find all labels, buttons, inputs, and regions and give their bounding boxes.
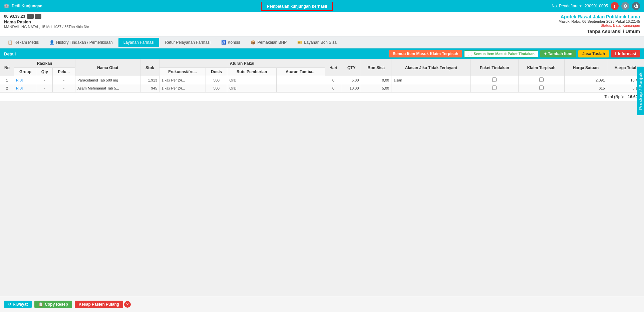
patient-id-icons [27, 14, 41, 19]
header-title: 🏥 Detil Kunjungan [4, 4, 42, 8]
tab-retur-label: Retur Pelayanan Farmasi [165, 40, 210, 45]
total-bar: Total (Rp.): 16.605 [0, 92, 644, 101]
cell-alasan: alsan [391, 76, 471, 84]
sidebar-right-label: Preskep / Punjuk [638, 72, 643, 110]
col-paket-tindakan: Paket Tindakan [471, 59, 518, 76]
cell-klaim-terpisah[interactable] [518, 84, 565, 92]
paket-tindakan-checkbox[interactable] [492, 86, 497, 90]
notification-text: Pembatalan kunjungan berhasil [267, 4, 327, 9]
jasa-tuslah-button[interactable]: Jasa Tuslah [578, 50, 609, 57]
detail-action-buttons: Semua Item Masuk Klaim Terpisah Semua It… [389, 50, 640, 57]
subheader-tambahan: Aturan Tamba... [276, 68, 325, 76]
cell-paket-tindakan[interactable] [471, 84, 518, 92]
header-title-text: Detil Kunjungan [12, 4, 42, 8]
sidebar-right[interactable]: Preskep / Punjuk [637, 67, 644, 115]
klaim-terpisah-checkbox[interactable] [539, 86, 544, 90]
cell-hari: 0 [325, 76, 342, 84]
cell-racikan-group[interactable]: R[0] [14, 76, 37, 84]
cell-aturan-tambahan [276, 84, 325, 92]
cell-stok: 1.913 [140, 76, 159, 84]
cell-racikan-pelu: - [52, 76, 75, 84]
tambah-item-button[interactable]: + Tambah Item [540, 50, 576, 57]
cell-harga-satuan: 615 [565, 84, 607, 92]
col-harga-satuan: Harga Satuan [565, 59, 607, 76]
cell-stok: 945 [140, 84, 159, 92]
cell-racikan-group[interactable]: R[0] [14, 84, 37, 92]
tab-konsul[interactable]: ♿ Konsul [216, 38, 245, 47]
registration-label: No. Pendaftaran: [552, 4, 582, 8]
subheader-group: Group [14, 68, 37, 76]
konsul-icon: ♿ [221, 40, 226, 45]
col-qty: QTY [342, 59, 361, 76]
alert-icon-button[interactable]: ! [611, 2, 619, 10]
informasi-button[interactable]: ℹ Informasi [611, 50, 640, 57]
card-icon[interactable] [27, 14, 34, 19]
tab-layanan-farmasi[interactable]: Layanan Farmasi [118, 38, 159, 47]
copy-icon: 📋 [38, 302, 43, 307]
col-klaim-terpisah: Klaim Terpisah [518, 59, 565, 76]
tab-bon-sisa[interactable]: 🎫 Layanan Bon Sisa [292, 38, 341, 47]
col-stok: Stok [140, 59, 159, 76]
patient-dob: MANDAILING NATAL, 15 Mei 1987 / 36Thn 4b… [4, 25, 89, 29]
settings-icon-button[interactable]: ⚙ [621, 2, 629, 10]
patient-info-right: Apotek Rawat Jalan Poliklinik Lama Masuk… [559, 14, 640, 34]
patient-info-left: 00.93.33.23 Nama Pasien MANDAILING NATAL… [4, 14, 89, 29]
cell-nama-obat: Asam Mefenamat Tab 5... [75, 84, 140, 92]
klaim-terpisah-checkbox[interactable] [539, 77, 544, 82]
tab-history[interactable]: 👤 History Tindakan / Pemeriksaan [44, 38, 117, 47]
header-actions: No. Pendaftaran: 230901.0005 ! ⚙ ⏻ [552, 2, 640, 10]
main-content: Detail Semua Item Masuk Klaim Terpisah S… [0, 48, 644, 101]
semua-klaim-button[interactable]: Semua Item Masuk Klaim Terpisah [389, 50, 462, 57]
power-icon-button[interactable]: ⏻ [632, 2, 640, 10]
cell-rute: Oral [227, 76, 276, 84]
col-racikan-group: Racikan [14, 59, 75, 68]
medicine-table: No Racikan Nama Obat Stok Aturan Pakai H… [0, 59, 644, 92]
subheader-pelu: Pelu... [52, 68, 75, 76]
cell-alasan [391, 84, 471, 92]
cell-racikan-qty: - [37, 76, 53, 84]
cell-racikan-qty: - [37, 84, 53, 92]
patient-id-row: 00.93.33.23 [4, 14, 89, 19]
insurance-type: Tanpa Asuransi / Umum [559, 29, 640, 34]
cell-bon-sisa: 5,00 [361, 84, 391, 92]
rekam-medis-icon: 📋 [8, 40, 13, 45]
notification-badge: Pembatalan kunjungan berhasil [261, 2, 333, 11]
kesap-pasien-label: Kesap Pasien Pulang [79, 302, 119, 307]
cell-no: 1 [0, 76, 14, 84]
semua-klaim-label: Semua Item Masuk Klaim Terpisah [393, 51, 458, 56]
table-row: 1 R[0] - - Paracetamol Tab 500 mg 1.913 … [0, 76, 644, 84]
cell-harga-satuan: 2.091 [565, 76, 607, 84]
subheader-rute: Rute Pemberian [227, 68, 276, 76]
clinic-status: Status: Batal Kunjungan [559, 23, 640, 27]
semua-paket-button[interactable]: Semua Item Masuk Paket Tindakan [464, 50, 538, 57]
header-title-icon: 🏥 [4, 4, 9, 8]
col-hari: Hari [325, 59, 342, 76]
tab-bhp[interactable]: 📦 Pemakaian BHP [246, 38, 292, 47]
semua-paket-label: Semua Item Masuk Paket Tindakan [473, 52, 535, 56]
riwayat-icon: ↺ [8, 302, 11, 307]
footer: ↺ Riwayat 📋 Copy Resep Kesap Pasien Pula… [0, 296, 644, 312]
copy-resep-button[interactable]: 📋 Copy Resep [34, 301, 72, 308]
patient-id: 00.93.33.23 [4, 14, 25, 19]
cell-dosis: 500 [206, 76, 227, 84]
tab-retur[interactable]: Retur Pelayanan Farmasi [160, 38, 215, 47]
clinic-schedule: Masuk: Rabu, 06 September 2023 Pukul 16:… [559, 19, 640, 23]
tab-rekam-medis[interactable]: 📋 Rekam Medis [3, 38, 44, 47]
tab-konsul-label: Konsul [228, 40, 240, 45]
kesap-pasien-group: Kesap Pasien Pulang ✕ [75, 301, 131, 308]
cell-klaim-terpisah[interactable] [518, 76, 565, 84]
kesap-pasien-button[interactable]: Kesap Pasien Pulang [75, 301, 123, 308]
cell-rute: Oral [227, 84, 276, 92]
cell-no: 2 [0, 84, 14, 92]
jasa-tuslah-label: Jasa Tuslah [582, 51, 605, 56]
cell-frekuensi: 1 kali Per 24... [159, 84, 206, 92]
paket-tindakan-checkbox[interactable] [492, 77, 497, 82]
close-icon: ✕ [126, 302, 129, 307]
riwayat-button[interactable]: ↺ Riwayat [4, 301, 32, 308]
kesap-close-button[interactable]: ✕ [124, 301, 131, 308]
col-bon-sisa: Bon Sisa [361, 59, 391, 76]
cell-frekuensi: 1 kali Per 24... [159, 76, 206, 84]
cell-paket-tindakan[interactable] [471, 76, 518, 84]
semua-paket-checkbox[interactable] [468, 52, 472, 56]
edit-icon[interactable] [35, 14, 41, 19]
